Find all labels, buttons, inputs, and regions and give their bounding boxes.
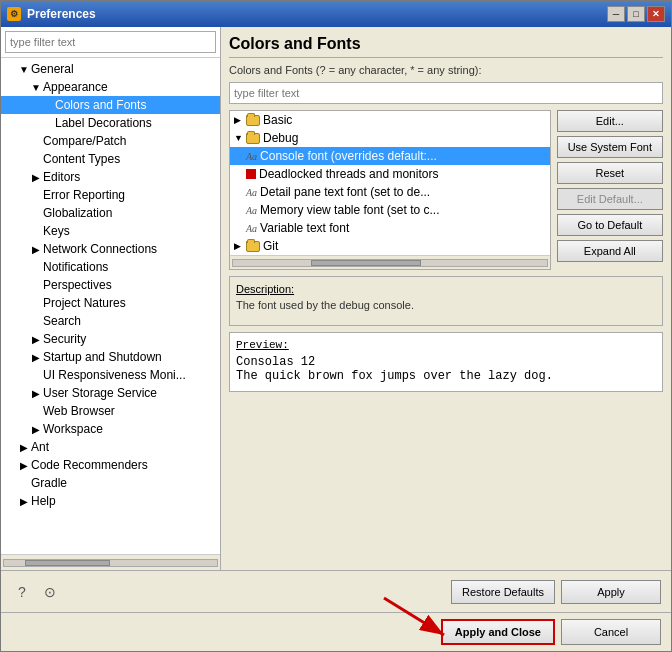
help-icon-button[interactable]: ⊙ [39, 581, 61, 603]
tree-arrow-persp [29, 280, 43, 291]
tree-arrow-ant: ▶ [17, 442, 31, 453]
tree-label-general: General [31, 62, 74, 76]
tree-arrow-content [29, 154, 43, 165]
tree-item-search[interactable]: Search [1, 312, 220, 330]
tree-label-label-decorations: Label Decorations [55, 116, 152, 130]
color-label-debug: Debug [263, 131, 298, 145]
tree-arrow-label-deco [41, 118, 55, 129]
description-text: The font used by the debug console. [236, 299, 656, 311]
folder-icon-debug [246, 131, 260, 145]
tree-item-web-browser[interactable]: Web Browser [1, 402, 220, 420]
description-label: Description: [236, 283, 656, 295]
aa-icon-memory: Aa [246, 205, 257, 216]
tree-item-ui-responsiveness[interactable]: UI Responsiveness Moni... [1, 366, 220, 384]
tree-arrow-code-rec: ▶ [17, 460, 31, 471]
bottom-left-icons: ? ⊙ [11, 581, 61, 603]
left-scrollbar-thumb [25, 560, 110, 566]
tree-arrow-keys [29, 226, 43, 237]
color-item-memory-view[interactable]: Aa Memory view table font (set to c... [230, 201, 550, 219]
use-system-font-button[interactable]: Use System Font [557, 136, 663, 158]
question-icon-button[interactable]: ? [11, 581, 33, 603]
color-item-console-font[interactable]: Aa Console font (overrides default:... [230, 147, 550, 165]
right-filter-input[interactable] [229, 82, 663, 104]
tree-item-help[interactable]: ▶ Help [1, 492, 220, 510]
tree-item-notifications[interactable]: Notifications [1, 258, 220, 276]
tree-label-keys: Keys [43, 224, 70, 238]
color-item-variable-text[interactable]: Aa Variable text font [230, 219, 550, 237]
tree-item-label-decorations[interactable]: Label Decorations [1, 114, 220, 132]
tree-arrow-network: ▶ [29, 244, 43, 255]
preferences-window: ⚙ Preferences ─ □ ✕ ▼ General ▼ [0, 0, 672, 652]
red-square-icon [246, 169, 256, 179]
color-arrow-variable [234, 223, 246, 233]
tree-item-compare-patch[interactable]: Compare/Patch [1, 132, 220, 150]
color-item-git[interactable]: ▶ Git [230, 237, 550, 255]
bottom-bar-second-row: Apply and Close Cancel [1, 612, 671, 651]
color-label-detail-pane: Detail pane text font (set to de... [260, 185, 430, 199]
color-item-debug[interactable]: ▼ Debug [230, 129, 550, 147]
tree-label-web-browser: Web Browser [43, 404, 115, 418]
close-button[interactable]: ✕ [647, 6, 665, 22]
expand-all-button[interactable]: Expand All [557, 240, 663, 262]
go-to-default-button[interactable]: Go to Default [557, 214, 663, 236]
tree-item-network-connections[interactable]: ▶ Network Connections [1, 240, 220, 258]
tree-label-help: Help [31, 494, 56, 508]
color-item-detail-pane[interactable]: Aa Detail pane text font (set to de... [230, 183, 550, 201]
tree-item-error-reporting[interactable]: Error Reporting [1, 186, 220, 204]
tree-item-globalization[interactable]: Globalization [1, 204, 220, 222]
tree-item-code-recommenders[interactable]: ▶ Code Recommenders [1, 456, 220, 474]
tree-label-gradle: Gradle [31, 476, 67, 490]
aa-icon-console: Aa [246, 151, 257, 162]
tree-label-editors: Editors [43, 170, 80, 184]
tree-item-keys[interactable]: Keys [1, 222, 220, 240]
tree-item-general[interactable]: ▼ General [1, 60, 220, 78]
tree-label-network-connections: Network Connections [43, 242, 157, 256]
tree-label-perspectives: Perspectives [43, 278, 112, 292]
left-panel: ▼ General ▼ Appearance Colors and Fonts … [1, 27, 221, 570]
color-arrow-console [234, 151, 246, 161]
edit-default-button[interactable]: Edit Default... [557, 188, 663, 210]
tree-label-error-reporting: Error Reporting [43, 188, 125, 202]
tree-item-workspace[interactable]: ▶ Workspace [1, 420, 220, 438]
tree-label-project-natures: Project Natures [43, 296, 126, 310]
tree-arrow-proj [29, 298, 43, 309]
left-filter-input[interactable] [5, 31, 216, 53]
colors-scrollbar[interactable] [230, 255, 550, 269]
apply-button[interactable]: Apply [561, 580, 661, 604]
bottom-bar-container: ? ⊙ Restore Defaults Apply Apply and Clo… [1, 570, 671, 651]
restore-defaults-button[interactable]: Restore Defaults [451, 580, 555, 604]
left-scrollbar[interactable] [1, 554, 220, 570]
tree-item-colors-and-fonts[interactable]: Colors and Fonts [1, 96, 220, 114]
maximize-button[interactable]: □ [627, 6, 645, 22]
color-label-console-font: Console font (overrides default:... [260, 149, 437, 163]
cancel-button[interactable]: Cancel [561, 619, 661, 645]
color-item-basic[interactable]: ▶ Basic [230, 111, 550, 129]
color-label-git: Git [263, 239, 278, 253]
tree-item-project-natures[interactable]: Project Natures [1, 294, 220, 312]
colors-scrollbar-thumb [311, 260, 421, 266]
tree-item-perspectives[interactable]: Perspectives [1, 276, 220, 294]
right-panel-subtitle: Colors and Fonts (? = any character, * =… [229, 64, 663, 76]
tree-label-search: Search [43, 314, 81, 328]
tree-item-content-types[interactable]: Content Types [1, 150, 220, 168]
tree-item-gradle[interactable]: Gradle [1, 474, 220, 492]
tree-item-editors[interactable]: ▶ Editors [1, 168, 220, 186]
edit-button[interactable]: Edit... [557, 110, 663, 132]
color-item-deadlocked[interactable]: Deadlocked threads and monitors [230, 165, 550, 183]
tree-item-appearance[interactable]: ▼ Appearance [1, 78, 220, 96]
tree-item-ant[interactable]: ▶ Ant [1, 438, 220, 456]
folder-icon-basic [246, 113, 260, 127]
reset-button[interactable]: Reset [557, 162, 663, 184]
colors-area: ▶ Basic ▼ Debug [229, 110, 663, 270]
tree-item-startup-shutdown[interactable]: ▶ Startup and Shutdown [1, 348, 220, 366]
apply-and-close-button[interactable]: Apply and Close [441, 619, 555, 645]
window-icon: ⚙ [7, 7, 21, 21]
left-scrollbar-track [3, 559, 218, 567]
color-arrow-memory [234, 205, 246, 215]
tree-item-user-storage[interactable]: ▶ User Storage Service [1, 384, 220, 402]
minimize-button[interactable]: ─ [607, 6, 625, 22]
tree-label-user-storage: User Storage Service [43, 386, 157, 400]
aa-icon-detail: Aa [246, 187, 257, 198]
tree-item-security[interactable]: ▶ Security [1, 330, 220, 348]
color-arrow-git: ▶ [234, 241, 246, 251]
